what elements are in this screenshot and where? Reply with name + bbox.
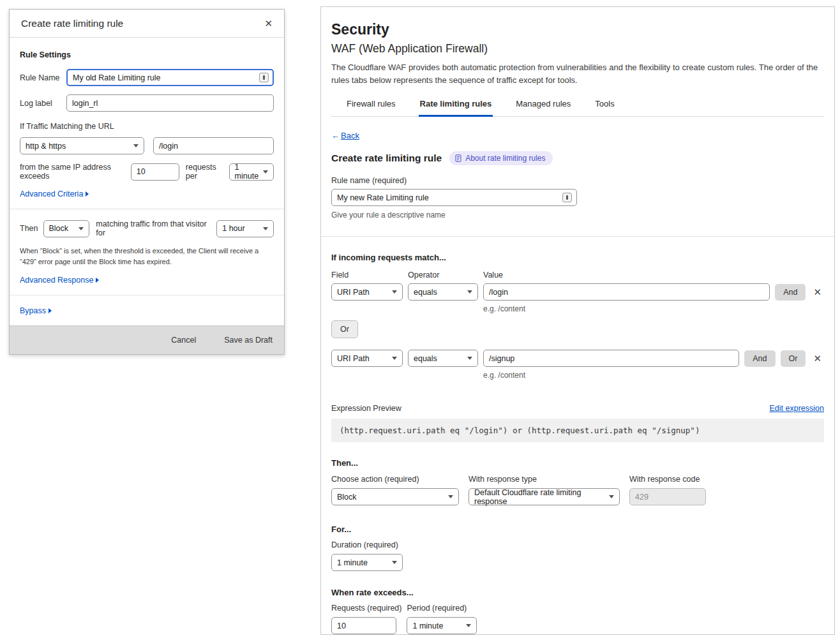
then-prefix: Then [20, 224, 38, 233]
duration-label: Duration (required) [331, 540, 824, 549]
rule-name-input[interactable] [331, 189, 577, 206]
document-icon [455, 154, 461, 162]
threshold-prefix: from the same IP address exceeds [20, 163, 126, 181]
log-label-row: Log label [20, 94, 274, 112]
advanced-criteria-link[interactable]: Advanced Criteria [20, 190, 89, 198]
action-select[interactable]: Block [43, 220, 90, 237]
page-description: The Cloudflare WAF provides both automat… [331, 61, 824, 86]
chevron-down-icon [392, 290, 397, 294]
chevron-down-icon [448, 495, 453, 498]
modal-title: Create rate limiting rule [21, 18, 123, 29]
field-column-label: Field [331, 271, 408, 279]
then-row: Then Block matching traffic from that vi… [20, 220, 274, 237]
tab-tools[interactable]: Tools [594, 96, 615, 117]
rule-name-label: Rule name (required) [331, 176, 824, 185]
value-column-label: Value [483, 271, 503, 279]
waf-tabs: Firewall rules Rate limiting rules Manag… [331, 96, 824, 117]
condition-row: URI Path equals And ✕ [331, 283, 824, 301]
choose-action-select[interactable]: Block [331, 488, 459, 505]
operator-column-label: Operator [408, 271, 483, 279]
chevron-down-icon [467, 290, 472, 294]
requests-input[interactable] [331, 617, 396, 634]
create-rule-heading-row: Create rate limiting rule About rate lim… [331, 151, 824, 165]
triangle-right-icon [49, 308, 52, 313]
operator-select[interactable]: equals [408, 350, 478, 367]
period-select[interactable]: 1 minute [229, 163, 274, 181]
chevron-down-icon [263, 227, 268, 230]
traffic-match-label: If Traffic Matching the URL [20, 122, 274, 131]
expression-preview-label: Expression Preview [331, 404, 401, 413]
rate-exceeds-heading: When rate exceeds... [331, 588, 824, 597]
modal-body: Rule Settings Rule Name Log label If Tra… [10, 38, 284, 315]
response-type-label: With response type [469, 475, 620, 484]
triangle-right-icon [96, 278, 99, 283]
period-select[interactable]: 1 minute [407, 617, 477, 634]
condition-row: URI Path equals And Or ✕ [331, 350, 824, 367]
and-button[interactable]: And [744, 350, 775, 367]
requests-label: Requests (required) [331, 604, 401, 613]
or-connector-button[interactable]: Or [331, 320, 358, 338]
chevron-down-icon [467, 357, 472, 360]
threshold-row: from the same IP address exceeds request… [20, 163, 274, 181]
for-heading: For... [331, 525, 824, 534]
choose-action-label: Choose action (required) [331, 475, 459, 484]
edit-expression-link[interactable]: Edit expression [770, 404, 824, 413]
duration-select[interactable]: 1 hour [216, 220, 274, 237]
rule-name-input[interactable] [66, 69, 274, 86]
close-icon[interactable]: ✕ [262, 17, 275, 31]
log-label-label: Log label [20, 99, 66, 108]
tab-firewall-rules[interactable]: Firewall rules [345, 96, 397, 117]
create-rate-limiting-rule-modal: Create rate limiting rule ✕ Rule Setting… [9, 9, 285, 355]
response-type-select[interactable]: Default Cloudflare rate limiting respons… [469, 488, 620, 505]
remove-condition-icon[interactable]: ✕ [811, 352, 824, 366]
value-hint: e.g. /content [483, 304, 824, 313]
rate-columns: Requests (required) Period (required) 1 … [331, 604, 824, 634]
rule-name-input-wrap [331, 189, 577, 206]
divider [10, 209, 284, 209]
or-button[interactable]: Or [781, 350, 806, 367]
tab-managed-rules[interactable]: Managed rules [514, 96, 572, 117]
url-match-row: http & https [20, 137, 274, 154]
save-as-draft-button[interactable]: Save as Draft [224, 336, 273, 345]
duration-select[interactable]: 1 minute [331, 554, 403, 571]
modal-header: Create rate limiting rule ✕ [10, 10, 284, 38]
about-rate-limiting-rules-badge[interactable]: About rate limiting rules [449, 151, 552, 165]
operator-select[interactable]: equals [408, 283, 478, 301]
expression-preview-header: Expression Preview Edit expression [331, 404, 824, 413]
rule-settings-heading: Rule Settings [20, 50, 274, 59]
back-link[interactable]: ←Back [331, 131, 359, 140]
tab-rate-limiting-rules[interactable]: Rate limiting rules [419, 96, 493, 117]
advanced-response-link[interactable]: Advanced Response [20, 276, 99, 285]
rule-name-label: Rule Name [20, 73, 66, 82]
condition-column-labels: Field Operator Value [331, 271, 824, 279]
scheme-select[interactable]: http & https [20, 137, 144, 154]
url-input[interactable] [153, 137, 274, 154]
and-button[interactable]: And [775, 284, 806, 301]
value-input[interactable] [483, 283, 770, 301]
field-select[interactable]: URI Path [331, 350, 403, 367]
value-hint: e.g. /content [483, 371, 824, 380]
or-connector-wrap: Or [331, 320, 824, 338]
threshold-input[interactable] [131, 163, 179, 181]
chevron-down-icon [609, 495, 614, 498]
chevron-down-icon [392, 357, 397, 360]
rule-name-help: Give your rule a descriptive name [331, 211, 824, 220]
create-rule-heading: Create rate limiting rule [331, 153, 442, 164]
value-input[interactable] [483, 350, 739, 367]
then-columns: Choose action (required) Block With resp… [331, 475, 824, 505]
back-arrow-icon: ← [331, 131, 340, 140]
field-select[interactable]: URI Path [331, 283, 403, 301]
chevron-down-icon [466, 624, 471, 627]
remove-condition-icon[interactable]: ✕ [811, 285, 824, 299]
chevron-down-icon [79, 227, 84, 230]
block-note: When “Block” is set, when the threshold … [20, 246, 274, 267]
autofill-icon [562, 193, 572, 202]
log-label-input[interactable] [66, 94, 274, 112]
chevron-down-icon [263, 170, 268, 174]
cancel-button[interactable]: Cancel [171, 336, 196, 345]
bypass-link[interactable]: Bypass [20, 306, 52, 315]
then-heading: Then... [331, 458, 824, 468]
response-code-label: With response code [629, 475, 706, 484]
threshold-middle: requests per [186, 163, 224, 181]
divider [321, 236, 834, 237]
